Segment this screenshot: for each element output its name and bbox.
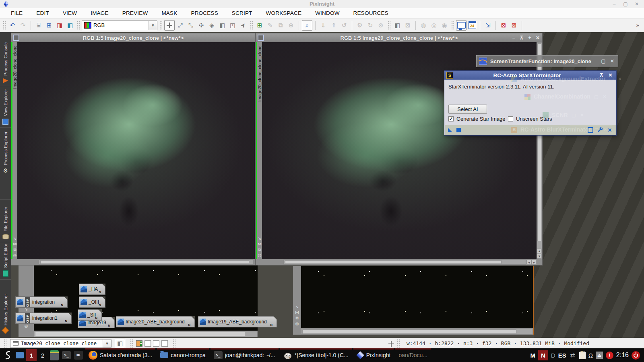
scroll-left-icon[interactable]: ◂ — [526, 260, 531, 265]
duplicate-view-icon[interactable] — [13, 247, 17, 252]
statusbar-drag-handle[interactable] — [173, 339, 175, 348]
menu-window[interactable]: WINDOW — [308, 10, 346, 16]
close-icon[interactable] — [609, 58, 615, 64]
clock[interactable]: 2:16 — [616, 352, 629, 359]
image-window-1-titlebar[interactable]: RGB 1:5 Image20_clone_clone | <*new*> — [11, 33, 255, 42]
clone-preview-icon[interactable] — [276, 21, 285, 30]
resize-corner-icon[interactable] — [295, 304, 299, 309]
stf-window[interactable]: ScreenTransferFunction: Image20_clone — [476, 55, 618, 67]
center-view-icon[interactable] — [24, 324, 29, 328]
task-gimp[interactable]: *[Sense títol]-1.0 (C... — [279, 348, 353, 362]
eject-icon[interactable] — [596, 352, 603, 359]
image-icon-image19-abe-background[interactable]: Image19_ABE_background N — [198, 316, 277, 327]
image-icon-oiii[interactable]: _OIII N — [79, 296, 105, 308]
workspace-1-button[interactable]: 1 — [26, 349, 37, 361]
starfield-window-2-tab[interactable] — [293, 266, 301, 328]
iconize-icon[interactable] — [511, 35, 516, 41]
menu-image[interactable]: IMAGE — [84, 10, 116, 16]
checkbox-checked-icon[interactable]: ✓ — [448, 116, 454, 121]
remove-mask-icon[interactable] — [403, 21, 413, 30]
scrollbar-thumb[interactable] — [285, 260, 502, 264]
edit-preview-icon[interactable] — [265, 21, 275, 30]
horizontal-scrollbar[interactable] — [301, 329, 533, 335]
stf-monitor-icon[interactable] — [456, 20, 466, 31]
power-icon[interactable] — [632, 351, 640, 360]
window-mode-icon[interactable] — [258, 35, 264, 41]
export-icon[interactable] — [329, 21, 339, 30]
toolbar-drag-handle[interactable] — [77, 21, 80, 30]
chevron-down-icon[interactable]: ▼ — [103, 339, 111, 348]
task-overflow[interactable]: oan/Docu... — [394, 348, 431, 362]
mask-inverted-icon[interactable] — [429, 21, 439, 30]
sidebar-item-view-explorer[interactable]: View Explorer — [0, 86, 11, 127]
center-view-icon[interactable] — [295, 321, 299, 326]
horizontal-scrollbar[interactable] — [39, 259, 254, 265]
checkbox-unchecked-icon[interactable] — [508, 116, 513, 121]
toolbar-drag-handle[interactable] — [159, 21, 162, 30]
image-canvas-nebula[interactable] — [17, 42, 255, 259]
menu-workspace[interactable]: WORKSPACE — [259, 10, 309, 16]
process-reset-icon[interactable] — [365, 21, 375, 30]
zoom-to-fit-icon[interactable] — [175, 21, 185, 30]
resize-corner-icon[interactable] — [258, 236, 262, 241]
menu-mask[interactable]: MASK — [155, 10, 184, 16]
image-identifier-icon[interactable] — [34, 21, 43, 30]
process-close-icon[interactable] — [376, 21, 386, 30]
clipboard-icon[interactable] — [579, 352, 586, 359]
workspace-indicator-1[interactable] — [136, 340, 142, 347]
close-all-red-icon[interactable] — [509, 21, 519, 30]
minimize-window-icon[interactable] — [611, 1, 617, 7]
image-icon-integration1[interactable]: XISF integration1 N — [15, 313, 72, 324]
add-preview-icon[interactable] — [286, 21, 296, 30]
generate-star-image-option[interactable]: ✓ Generate Star Image — [448, 116, 505, 122]
view-mode-button[interactable] — [115, 339, 125, 348]
maximize-window-icon[interactable] — [622, 1, 629, 7]
center-view-icon[interactable] — [13, 253, 17, 257]
workspace-2-button[interactable]: 2 — [37, 349, 48, 361]
new-preview-icon[interactable] — [255, 21, 264, 30]
import-icon[interactable] — [318, 21, 328, 30]
scrollbar-thumb[interactable] — [40, 260, 249, 264]
color-spaces-icon[interactable] — [55, 21, 64, 30]
terminal-launcher-icon[interactable] — [61, 350, 72, 360]
tray-letter-m[interactable]: M — [530, 352, 535, 359]
pan-icon[interactable] — [196, 21, 206, 30]
sidebar-item-history-explorer[interactable]: History Explorer — [0, 279, 11, 335]
network-arrows-icon[interactable] — [569, 350, 576, 360]
apply-to-view-icon[interactable] — [448, 128, 452, 132]
toolbar-drag-handle[interactable] — [250, 21, 253, 30]
revert-icon[interactable] — [339, 21, 349, 30]
sidebar-item-process-console[interactable]: Process Console — [0, 32, 11, 86]
horizontal-scrollbar[interactable] — [283, 259, 526, 265]
chevron-down-icon[interactable]: ▼ — [149, 21, 157, 30]
tray-letter-d[interactable]: D — [551, 352, 555, 359]
show-desktop-icon[interactable] — [14, 350, 25, 360]
image-window-2-view-tab[interactable]: Image20_clone_clone_clone — [256, 42, 262, 259]
alert-icon[interactable]: ! — [606, 352, 613, 359]
resize-corner-icon[interactable] — [13, 236, 17, 241]
split-channels-icon[interactable] — [65, 21, 75, 30]
zoom-preview-icon[interactable] — [302, 20, 312, 31]
close-window-icon[interactable] — [634, 1, 640, 7]
task-terminal[interactable]: joan@thinkpad: ~/... — [210, 348, 279, 362]
menu-file[interactable]: FILE — [4, 10, 29, 16]
menu-process[interactable]: PROCESS — [184, 10, 225, 16]
lut-24bit-icon[interactable]: 24 — [467, 21, 477, 30]
mask-visible-icon[interactable] — [440, 21, 449, 30]
scrollbar-thumb[interactable] — [302, 329, 516, 334]
cursor-icon[interactable] — [236, 19, 250, 32]
menu-preview[interactable]: PREVIEW — [116, 10, 155, 16]
window-mode-icon[interactable] — [13, 35, 19, 41]
track-view-icon[interactable] — [164, 20, 175, 31]
horizontal-scrollbar[interactable] — [34, 331, 258, 337]
apply-global-icon[interactable] — [456, 128, 461, 132]
close-window-red-icon[interactable] — [499, 21, 508, 30]
new-image-icon[interactable] — [44, 21, 54, 30]
show-mask-icon[interactable] — [392, 21, 402, 30]
toolbar-drag-handle[interactable] — [3, 21, 6, 30]
scroll-down-icon[interactable]: ▼ — [537, 254, 542, 259]
collapse-dialog-icon[interactable] — [607, 127, 613, 133]
undo-icon[interactable] — [8, 21, 17, 30]
image-icon-sii[interactable]: _SII N — [78, 309, 102, 321]
toolbar-overflow-button[interactable]: » — [633, 21, 642, 30]
